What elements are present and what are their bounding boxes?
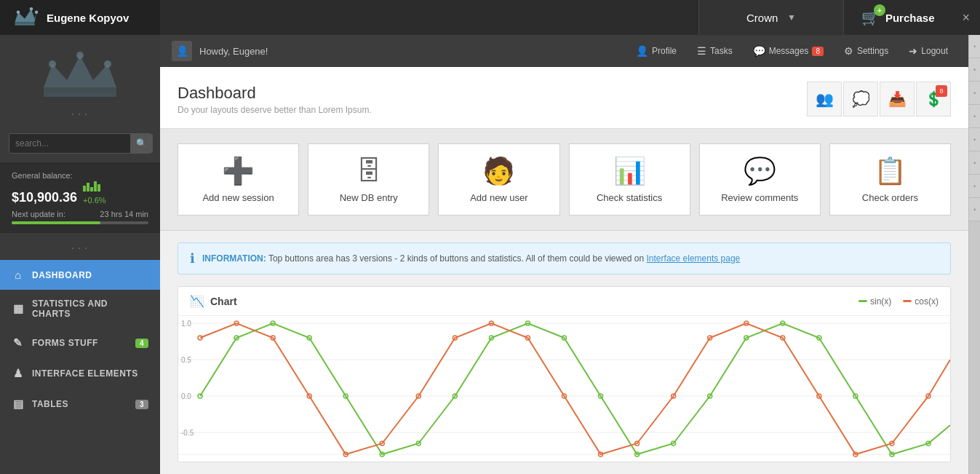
logout-button[interactable]: ➜ Logout: [900, 41, 957, 61]
right-tab-5[interactable]: ▪: [969, 128, 980, 151]
balance-amount: $10,900.36: [12, 190, 77, 205]
profile-icon: 👤: [636, 45, 648, 57]
cart-badge: +: [874, 4, 885, 16]
tasks-button[interactable]: ☰ Tasks: [688, 41, 741, 61]
chart-title: Chart: [210, 296, 237, 307]
check-stats-button[interactable]: 📊 Check statistics: [569, 143, 690, 216]
check-orders-button[interactable]: 📋 Check orders: [829, 143, 951, 216]
orders-icon: 📋: [874, 156, 907, 186]
search-input[interactable]: [9, 134, 130, 153]
right-tab-3[interactable]: ▪: [969, 82, 980, 105]
new-db-button[interactable]: 🗄 New DB entry: [308, 143, 429, 216]
purchase-label: Purchase: [885, 12, 935, 24]
bar-1: [83, 186, 86, 191]
bar-3: [90, 187, 93, 191]
users-icon: 👥: [816, 90, 834, 108]
svg-point-2: [35, 11, 38, 14]
tables-badge: 3: [135, 400, 148, 409]
home-icon: ⌂: [12, 269, 25, 281]
bar-2: [87, 183, 89, 191]
sidebar-item-label: Interface Elements: [32, 368, 138, 379]
add-session-button[interactable]: ➕ Add new session: [178, 143, 299, 216]
info-text: INFORMATION: Top buttons area has 3 vers…: [202, 253, 740, 264]
bar-4: [94, 181, 97, 191]
stats-icon: 📊: [613, 156, 646, 186]
review-comments-button[interactable]: 💬 Review comments: [699, 143, 821, 216]
info-content: Top buttons area has 3 versions - 2 kind…: [268, 253, 647, 264]
add-session-label: Add new session: [202, 192, 274, 203]
messages-label: Messages: [769, 46, 809, 56]
chart-icon: ▦: [12, 302, 25, 315]
header-icons: 👥 💭 📥 💲 8: [807, 82, 951, 116]
close-button[interactable]: ×: [952, 10, 980, 25]
inbox-icon: 📥: [888, 90, 907, 108]
tasks-label: Tasks: [710, 46, 733, 56]
billing-badge: 8: [936, 85, 947, 97]
tables-icon: ▤: [12, 398, 25, 411]
chart-svg: 1.0 0.5 0.0 -0.5: [178, 316, 950, 462]
add-user-button[interactable]: 🧑 Add new user: [438, 143, 559, 216]
crown-dropdown[interactable]: Crown: [746, 12, 778, 24]
quick-actions: ➕ Add new session 🗄 New DB entry 🧑 Add n…: [160, 129, 968, 231]
users-icon-button[interactable]: 👥: [807, 82, 842, 116]
messages-button[interactable]: 💬 Messages 8: [744, 41, 832, 61]
check-orders-label: Check orders: [862, 192, 918, 203]
username: Eugene Kopyov: [47, 12, 129, 24]
search-box[interactable]: 🔍: [9, 133, 151, 154]
add-user-label: Add new user: [470, 192, 528, 203]
sidebar: • • • 🔍 General balance: $10,900.36 +: [0, 35, 160, 474]
balance-change: +0.6%: [83, 196, 106, 205]
legend-sin: sin(x): [859, 296, 891, 307]
sidebar-dots-2: • • •: [0, 242, 160, 254]
inbox-icon-button[interactable]: 📥: [880, 82, 915, 116]
top-bar: Eugene Kopyov Crown ▼ 🛒 + Purchase ×: [0, 0, 980, 35]
crown-selector[interactable]: Crown ▼: [698, 0, 844, 35]
right-tab-7[interactable]: ▪: [969, 175, 980, 198]
forms-icon: ✎: [12, 336, 25, 349]
sidebar-dots: • • •: [72, 111, 89, 117]
chart-section: 📉 Chart sin(x) cos(x): [178, 286, 951, 462]
svg-text:0.0: 0.0: [181, 392, 191, 400]
balance-section: General balance: $10,900.36 +0.6% Next u…: [0, 162, 160, 233]
info-link[interactable]: Interface elements page: [647, 253, 741, 264]
purchase-button[interactable]: 🛒 + Purchase: [844, 0, 952, 35]
right-tabs: ▪ ▪ ▪ ▪ ▪ ▪ ▪ ▪: [968, 35, 980, 474]
sidebar-item-statistics[interactable]: ▦ Statistics and Charts: [0, 290, 160, 328]
add-session-icon: ➕: [222, 156, 255, 186]
forms-badge: 4: [135, 339, 148, 348]
settings-button[interactable]: ⚙ Settings: [835, 41, 897, 61]
chart-body: 1.0 0.5 0.0 -0.5: [178, 316, 950, 462]
sidebar-item-interface[interactable]: ♟ Interface Elements: [0, 358, 160, 389]
check-stats-label: Check statistics: [597, 192, 662, 203]
info-icon: ℹ: [190, 250, 195, 266]
logout-icon: ➜: [909, 45, 917, 57]
sidebar-crown-logo: [36, 50, 124, 108]
right-tab-8[interactable]: ▪: [969, 198, 980, 221]
progress-bar-fill: [12, 221, 100, 224]
right-tab-4[interactable]: ▪: [969, 105, 980, 128]
right-tab-2[interactable]: ▪: [969, 58, 980, 82]
search-button[interactable]: 🔍: [130, 134, 153, 153]
sidebar-item-dashboard[interactable]: ⌂ Dashboard: [0, 260, 160, 290]
right-tab-6[interactable]: ▪: [969, 151, 980, 175]
review-icon: 💬: [744, 156, 776, 186]
right-tab-1[interactable]: ▪: [969, 35, 980, 58]
sidebar-item-tables[interactable]: ▤ Tables 3: [0, 389, 160, 419]
sidebar-item-forms[interactable]: ✎ Forms Stuff 4: [0, 328, 160, 358]
logout-label: Logout: [921, 46, 948, 56]
svg-text:0.5: 0.5: [181, 356, 191, 364]
svg-point-4: [76, 52, 84, 59]
sidebar-header: • • •: [0, 35, 160, 127]
balance-chart-bars: [83, 181, 106, 191]
dashboard-header: Dashboard Do your layouts deserve better…: [160, 67, 968, 129]
profile-button[interactable]: 👤 Profile: [627, 41, 685, 61]
svg-text:1.0: 1.0: [181, 320, 191, 328]
svg-point-3: [49, 60, 56, 68]
cos-legend-dot: [903, 300, 912, 302]
comments-icon-button[interactable]: 💭: [843, 82, 878, 116]
billing-icon-button[interactable]: 💲 8: [916, 82, 951, 116]
messages-badge: 8: [812, 47, 824, 56]
db-icon: 🗄: [356, 156, 382, 186]
balance-label: General balance:: [12, 171, 148, 180]
profile-label: Profile: [652, 46, 677, 56]
